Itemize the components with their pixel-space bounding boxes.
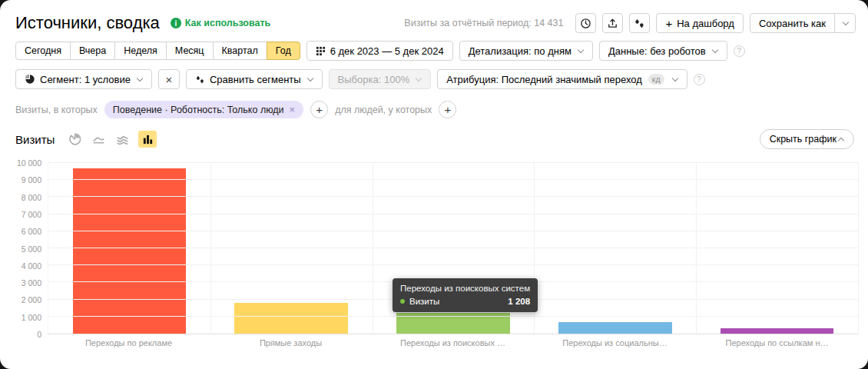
hide-chart-button[interactable]: Скрыть график <box>760 129 854 149</box>
gridline <box>48 248 858 248</box>
segment-label: Сегмент: 1 условие <box>40 74 131 85</box>
bar-0[interactable] <box>73 168 187 334</box>
detalization-button[interactable]: Детализация: по дням <box>459 41 593 61</box>
bar-chart-icon[interactable] <box>138 131 157 148</box>
calendar-icon <box>316 46 326 56</box>
segment-pie-icon <box>25 74 35 85</box>
droplets-icon <box>634 18 645 29</box>
export-button[interactable] <box>602 13 623 33</box>
how-to-use-label: Как использовать <box>185 18 270 28</box>
data-mode-button[interactable]: Данные: без роботов <box>599 41 727 61</box>
droplets-icon <box>195 75 205 85</box>
gridline <box>48 264 858 265</box>
clock-icon <box>580 18 591 29</box>
filter-chip-label: Поведение · Роботность: Только люди <box>113 105 284 115</box>
y-tick-label: 10 000 <box>17 158 41 168</box>
chart-type-switcher <box>67 131 157 148</box>
compare-segments-button[interactable]: Сравнить сегменты <box>186 69 323 89</box>
how-to-use-link[interactable]: i Как использовать <box>171 18 270 28</box>
chart-header: Визиты Скрыть график <box>0 129 868 149</box>
add-people-condition-button[interactable]: + <box>439 101 456 118</box>
segment-clear-button[interactable]: × <box>158 69 180 89</box>
gridline <box>373 163 373 334</box>
chevron-down-icon <box>671 75 678 81</box>
x-tick-label: Переходы по рекламе <box>48 338 210 347</box>
plus-icon: + <box>665 18 672 29</box>
save-as-split-button: Сохранить как <box>750 13 856 33</box>
for-people-label: для людей, у которых <box>335 105 432 115</box>
chevron-down-icon <box>578 46 584 52</box>
chevron-up-icon <box>838 137 844 143</box>
period-tab-2[interactable]: Неделя <box>114 42 167 60</box>
attribution-label: Атрибуция: Последний значимый переход <box>446 74 642 85</box>
hide-chart-label: Скрыть график <box>770 134 837 145</box>
data-mode-label: Данные: без роботов <box>608 45 706 57</box>
period-tab-4[interactable]: Квартал <box>213 42 267 60</box>
x-tick-label: Прямые заходы <box>210 338 372 347</box>
info-icon: i <box>171 18 181 28</box>
chart-column <box>696 163 858 334</box>
x-tick-label: Переходы из социальны… <box>534 338 696 347</box>
attribution-badge: кд <box>648 74 664 85</box>
x-tick-label: Переходы из поисковых … <box>372 338 534 347</box>
help-icon[interactable]: ? <box>734 45 745 57</box>
help-icon[interactable]: ? <box>694 74 705 85</box>
tooltip-value: 1 208 <box>492 297 530 306</box>
header: Источники, сводка i Как использовать Виз… <box>0 0 868 33</box>
y-tick-label: 5 000 <box>22 244 41 254</box>
chevron-down-icon <box>137 75 143 81</box>
to-dashboard-label: На дашборд <box>677 18 734 29</box>
close-icon[interactable]: × <box>290 104 296 115</box>
filter-chip-robotness[interactable]: Поведение · Роботность: Только люди × <box>104 101 303 118</box>
gridline <box>210 163 211 334</box>
close-icon: × <box>166 73 173 86</box>
page-title: Источники, сводка <box>15 13 160 33</box>
gridline <box>48 162 858 163</box>
chevron-down-icon <box>843 18 849 25</box>
period-tab-3[interactable]: Месяц <box>166 42 214 60</box>
save-as-button[interactable]: Сохранить как <box>750 13 835 33</box>
y-tick-label: 4 000 <box>22 261 41 271</box>
chevron-down-icon <box>416 75 422 81</box>
y-tick-label: 1 000 <box>22 313 41 322</box>
gridline <box>48 316 858 317</box>
period-toolbar: СегодняВчераНеделяМесяцКварталГод 6 дек … <box>0 41 868 61</box>
y-tick-label: 0 <box>37 330 41 339</box>
to-dashboard-button[interactable]: + На дашборд <box>656 13 743 33</box>
sampling-button[interactable]: Выборка: 100% <box>329 69 432 89</box>
filters-row: Визиты, в которых Поведение · Роботность… <box>0 101 868 118</box>
add-visit-condition-button[interactable]: + <box>310 101 328 118</box>
segment-toolbar: Сегмент: 1 условие × Сравнить сегменты В… <box>0 69 868 89</box>
y-tick-label: 2 000 <box>22 295 41 304</box>
y-tick-label: 8 000 <box>22 193 41 202</box>
bar-1[interactable] <box>234 303 348 334</box>
series-dot-icon <box>400 299 405 304</box>
stacked-area-icon[interactable] <box>114 131 130 147</box>
compare-segments-label: Сравнить сегменты <box>210 74 301 85</box>
period-tab-0[interactable]: Сегодня <box>15 42 71 60</box>
period-tab-1[interactable]: Вчера <box>70 42 115 60</box>
attribution-button[interactable]: Атрибуция: Последний значимый переход кд <box>437 69 687 89</box>
segment-button[interactable]: Сегмент: 1 условие <box>15 69 152 89</box>
date-range-label: 6 дек 2023 — 5 дек 2024 <box>330 45 444 57</box>
period-tab-5[interactable]: Год <box>267 42 300 60</box>
bar-4[interactable] <box>721 328 834 334</box>
date-range-button[interactable]: 6 дек 2023 — 5 дек 2024 <box>306 41 453 61</box>
sampling-label: Выборка: 100% <box>338 74 410 85</box>
detalization-label: Детализация: по дням <box>469 45 571 57</box>
gridline <box>48 214 858 214</box>
save-as-menu-button[interactable] <box>834 13 856 33</box>
line-chart-icon[interactable] <box>91 131 106 147</box>
y-axis: 01 0002 0003 0004 0005 0006 0007 0008 00… <box>6 163 48 334</box>
y-tick-label: 3 000 <box>22 278 41 288</box>
compare-periods-button[interactable] <box>629 13 650 33</box>
bar-3[interactable] <box>558 322 672 334</box>
header-actions: Визиты за отчётный период: 14 431 + На д… <box>404 13 856 33</box>
chart-plot-area: Переходы из поисковых систем Визиты 1 20… <box>48 163 859 334</box>
tooltip-series-label: Визиты <box>409 297 439 306</box>
schedule-button[interactable] <box>575 13 596 33</box>
metrica-report-window: Источники, сводка i Как использовать Виз… <box>0 0 868 369</box>
visits-period-total: Визиты за отчётный период: 14 431 <box>404 18 563 28</box>
pie-chart-icon[interactable] <box>67 131 82 147</box>
period-tabs: СегодняВчераНеделяМесяцКварталГод <box>15 42 300 60</box>
